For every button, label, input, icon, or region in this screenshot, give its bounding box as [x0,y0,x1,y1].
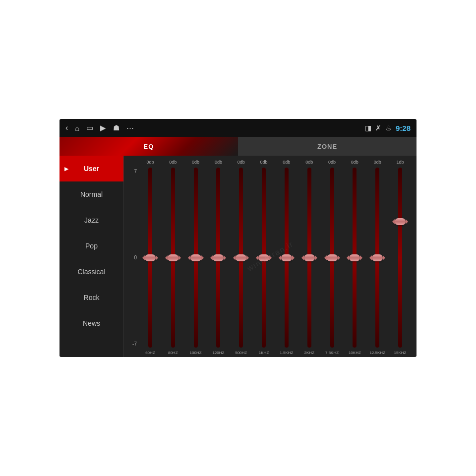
db-label-80HZ: 0db [164,160,182,165]
slider-track-100HZ[interactable] [194,168,198,348]
bluetooth-icon: ✗ [375,124,381,132]
freq-label-80HZ: 80HZ [164,351,182,355]
bag-icon[interactable]: ☗ [113,123,119,132]
slider-handle-100HZ[interactable] [190,254,201,261]
slider-col-15KHZ [391,168,410,348]
slider-handle-500HZ[interactable] [236,254,246,261]
slider-track-1KHZ[interactable] [262,168,266,348]
freq-label-100HZ: 100HZ [186,351,205,355]
slider-col-12.5KHZ [368,168,387,348]
slider-handle-1KHZ[interactable] [258,254,269,261]
sidebar-item-normal[interactable]: Normal [60,181,123,207]
home-icon[interactable]: ⌂ [75,124,79,132]
slider-handle-60HZ[interactable] [145,254,156,261]
more-icon[interactable]: ⋯ [126,123,134,132]
slider-handle-1.5KHZ[interactable] [281,254,292,261]
eq-panel: wincairan.ir 0db0db0db0db0db0db0db0db0db… [124,156,416,357]
sidebar: User Normal Jazz Pop Classical Rock News [60,156,124,357]
sidebar-item-user[interactable]: User [60,156,123,181]
freq-label-12.5KHZ: 12.5KHZ [368,351,387,355]
db-label-7.5KHZ: 0db [323,160,342,165]
db-label-2KHZ: 0db [300,160,319,165]
sliders-container [139,167,412,349]
freq-label-10KHZ: 10KHZ [345,351,364,355]
tab-eq[interactable]: EQ [60,137,238,156]
slider-col-10KHZ [345,168,364,348]
sidebar-item-pop[interactable]: Pop [60,233,123,259]
sidebar-item-rock[interactable]: Rock [60,285,123,310]
db-label-10KHZ: 0db [345,160,364,165]
slider-handle-120HZ[interactable] [213,254,224,261]
tab-zone[interactable]: ZONE [238,137,416,156]
freq-label-60HZ: 60HZ [141,351,160,355]
slider-track-500HZ[interactable] [239,168,243,348]
slider-handle-15KHZ[interactable] [395,218,406,225]
slider-track-10KHZ[interactable] [353,168,357,348]
slider-col-60HZ [141,168,160,348]
back-button[interactable]: ‹ [65,123,68,132]
slider-col-120HZ [209,168,228,348]
sidebar-item-jazz[interactable]: Jazz [60,207,123,233]
slider-col-1KHZ [254,168,273,348]
slider-track-80HZ[interactable] [171,168,175,348]
freq-label-2KHZ: 2KHZ [300,351,319,355]
sidebar-item-classical[interactable]: Classical [60,259,123,285]
freq-label-15KHZ: 15KHZ [391,351,410,355]
slider-handle-2KHZ[interactable] [304,254,315,261]
slider-handle-10KHZ[interactable] [349,254,360,261]
slider-track-7.5KHZ[interactable] [330,168,334,348]
eq-db-labels: 0db0db0db0db0db0db0db0db0db0db0db1db [129,160,412,165]
db-label-100HZ: 0db [186,160,205,165]
cast-icon: ◨ [365,124,371,132]
status-bar-left: ‹ ⌂ ▭ ▶ ☗ ⋯ [65,123,134,132]
sidebar-item-news[interactable]: News [60,310,123,336]
recents-icon[interactable]: ▭ [86,123,93,132]
slider-handle-7.5KHZ[interactable] [327,254,338,261]
slider-col-1.5KHZ [277,168,296,348]
db-label-120HZ: 0db [209,160,228,165]
slider-track-1.5KHZ[interactable] [285,168,289,348]
clock: 9:28 [396,124,411,132]
slider-col-2KHZ [300,168,319,348]
status-bar-right: ◨ ✗ ♨ 9:28 [365,124,411,132]
camera-icon[interactable]: ▶ [100,123,106,132]
slider-col-500HZ [232,168,250,348]
device-frame: ‹ ⌂ ▭ ▶ ☗ ⋯ ◨ ✗ ♨ 9:28 EQ ZONE User [60,119,416,357]
slider-track-2KHZ[interactable] [307,168,311,348]
slider-track-120HZ[interactable] [216,168,220,348]
freq-label-120HZ: 120HZ [209,351,228,355]
db-label-1.5KHZ: 0db [277,160,296,165]
slider-handle-12.5KHZ[interactable] [372,254,383,261]
slider-track-12.5KHZ[interactable] [375,168,379,348]
db-label-15KHZ: 1db [391,160,410,165]
main-content: User Normal Jazz Pop Classical Rock News [60,156,416,357]
eq-freq-labels: 60HZ80HZ100HZ120HZ500HZ1KHZ1.5KHZ2KHZ7.5… [129,351,412,355]
freq-label-1.5KHZ: 1.5KHZ [277,351,296,355]
freq-label-500HZ: 500HZ [232,351,250,355]
slider-track-60HZ[interactable] [148,168,152,348]
freq-label-1KHZ: 1KHZ [254,351,273,355]
db-label-500HZ: 0db [232,160,250,165]
db-label-12.5KHZ: 0db [368,160,387,165]
slider-col-100HZ [186,168,205,348]
wifi-icon: ♨ [385,124,392,132]
freq-label-7.5KHZ: 7.5KHZ [323,351,342,355]
db-label-60HZ: 0db [141,160,160,165]
slider-col-80HZ [164,168,182,348]
slider-handle-80HZ[interactable] [168,254,178,261]
eq-scale: 7 0 -7 [129,167,139,349]
status-bar: ‹ ⌂ ▭ ▶ ☗ ⋯ ◨ ✗ ♨ 9:28 [60,119,416,137]
tab-bar: EQ ZONE [60,137,416,156]
slider-col-7.5KHZ [323,168,342,348]
slider-track-15KHZ[interactable] [398,168,402,348]
eq-sliders-area: 7 0 -7 [129,167,412,349]
db-label-1KHZ: 0db [254,160,273,165]
